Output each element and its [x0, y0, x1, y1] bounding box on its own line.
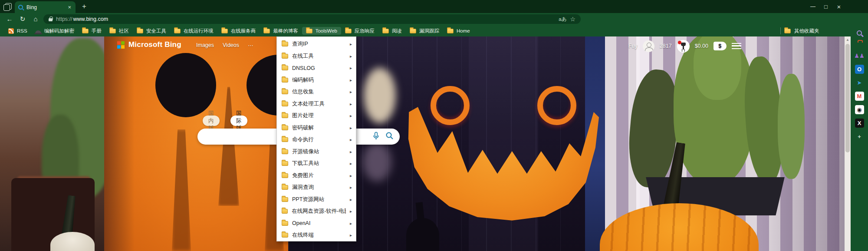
folder-icon	[282, 185, 288, 190]
menu-item[interactable]: 文本处理工具 ▸	[277, 98, 356, 110]
workspaces-icon[interactable]	[5, 3, 12, 10]
bookmark-icon	[82, 29, 89, 33]
bing-logo-text[interactable]: Microsoft Bing	[128, 40, 181, 49]
sidebar-search-icon[interactable]	[857, 30, 862, 36]
search-icon[interactable]	[385, 132, 394, 142]
menu-item[interactable]: 密码破解 ▸	[277, 122, 356, 134]
chevron-right-icon: ▸	[350, 113, 352, 118]
home-button[interactable]: ⌂	[30, 14, 41, 24]
bookmark-label: Home	[457, 28, 470, 33]
sidebar-toolbox-icon[interactable]	[855, 42, 863, 47]
microsoft-logo-icon	[117, 41, 125, 49]
scrollbar-thumb[interactable]	[845, 44, 850, 152]
toolsweb-dropdown-menu: 查询IP ▸ 在线工具 ▸ DNSLOG ▸ 编码解码	[276, 36, 356, 241]
menu-item[interactable]: 信息收集 ▸	[277, 86, 356, 98]
menu-item[interactable]: PPT资源网站 ▸	[277, 194, 356, 206]
folder-icon	[282, 89, 288, 94]
menu-item[interactable]: 命令执行 ▸	[277, 134, 356, 146]
bookmark-item[interactable]: RSS	[4, 27, 31, 35]
menu-item-label: OpenAI	[292, 220, 346, 226]
nav-videos[interactable]: Videos	[223, 42, 239, 48]
tab-close-icon[interactable]: ×	[67, 4, 72, 10]
page-scrollbar[interactable]: ▲	[845, 36, 851, 251]
bookmark-item[interactable]: 阅读	[378, 26, 406, 36]
menu-item[interactable]: DNSLOG ▸	[277, 62, 356, 74]
bg-cactus-far-right	[778, 74, 805, 179]
menu-item[interactable]: 在线终端 ▸	[277, 229, 356, 241]
hamburger-menu-icon[interactable]	[732, 43, 741, 49]
refresh-button[interactable]: ↻	[17, 14, 28, 24]
bookmark-item[interactable]: 社区	[105, 26, 133, 36]
bookmark-item[interactable]: 应急响应	[341, 26, 378, 36]
chevron-right-icon: ▸	[350, 173, 352, 178]
sidebar-paper-plane-icon[interactable]: ➤	[855, 78, 864, 87]
account-cluster: Fuy 2817 $0.00 $	[628, 40, 741, 52]
bookmark-item[interactable]: 在线服务商	[217, 26, 260, 36]
chevron-right-icon: ▸	[350, 126, 352, 130]
other-favorites[interactable]: 其他收藏夹	[780, 25, 819, 36]
menu-item[interactable]: 编码解码 ▸	[277, 74, 356, 86]
mic-icon[interactable]	[373, 132, 379, 142]
bookmark-item[interactable]: 最棒的博客	[260, 26, 302, 36]
menu-item[interactable]: 下载工具站 ▸	[277, 158, 356, 170]
browser-tab[interactable]: Bing ×	[15, 1, 76, 13]
scrollbar-up-icon[interactable]: ▲	[845, 36, 851, 43]
bookmark-item[interactable]: Home	[443, 27, 474, 35]
bookmark-icon	[306, 29, 312, 33]
sidebar-github-icon[interactable]: ◉	[855, 105, 864, 114]
favorite-star-icon[interactable]: ☆	[570, 16, 575, 23]
sidebar-x-icon[interactable]: X	[855, 119, 864, 128]
sidebar-game-characters-icon[interactable]: ♟♟	[855, 51, 864, 60]
menu-item[interactable]: 免费图片 ▸	[277, 170, 356, 182]
sidebar-outlook-icon[interactable]: O	[855, 65, 864, 74]
menu-item[interactable]: OpenAI ▸	[277, 218, 356, 230]
cashback-icon[interactable]: $	[713, 42, 727, 50]
bookmark-item[interactable]: 手册	[78, 26, 105, 36]
address-bar[interactable]: https:// www.bing.com aあ ☆	[43, 14, 581, 24]
menu-item[interactable]: 在线网盘资源-软件-电影 ▸	[277, 205, 356, 218]
bookmark-item[interactable]: ToolsWeb	[302, 27, 341, 35]
new-tab-button[interactable]: +	[79, 2, 89, 11]
rewards-points[interactable]: 2817	[660, 43, 672, 49]
chevron-right-icon: ▸	[350, 233, 352, 238]
minimize-button[interactable]: —	[806, 0, 819, 13]
bookmark-item[interactable]: 安全工具	[133, 26, 170, 36]
menu-item[interactable]: 图片处理 ▸	[277, 110, 356, 122]
bookmark-item[interactable]: 编解码加解密	[31, 26, 78, 36]
edge-sidebar: ♟♟ O ➤ M ◉ X +	[851, 25, 868, 251]
sidebar-gmail-icon[interactable]: M	[855, 92, 864, 101]
menu-item[interactable]: 查询IP ▸	[277, 38, 356, 50]
version-pill[interactable]: 国内版	[203, 116, 220, 126]
bookmark-icon	[447, 29, 454, 33]
cashback-balance[interactable]: $0.00	[695, 43, 708, 49]
folder-icon	[282, 233, 288, 238]
menu-item[interactable]: 在线工具 ▸	[277, 50, 356, 63]
bookmark-item[interactable]: 在线运行环境	[170, 26, 217, 36]
folder-icon	[784, 29, 791, 33]
bookmark-label: 最棒的博客	[273, 28, 298, 34]
close-button[interactable]: ×	[832, 0, 845, 13]
back-button[interactable]: ←	[4, 14, 15, 24]
bookmark-item[interactable]: 漏洞跟踪	[406, 26, 443, 36]
nav-more-icon[interactable]: ⋯	[248, 42, 254, 49]
maximize-button[interactable]: □	[819, 0, 832, 13]
folder-icon	[282, 126, 288, 130]
version-pill[interactable]: 国际版	[230, 116, 247, 126]
folder-icon	[282, 66, 288, 70]
title-bar: Bing × + — □ ×	[0, 0, 868, 13]
folder-icon	[282, 161, 288, 166]
chevron-right-icon: ▸	[350, 89, 352, 94]
chevron-right-icon: ▸	[350, 197, 352, 202]
translate-icon[interactable]: aあ	[559, 16, 566, 23]
nav-images[interactable]: Images	[196, 42, 214, 48]
account-avatar[interactable]	[643, 40, 654, 52]
account-name[interactable]: Fuy	[628, 43, 638, 49]
sidebar-add-icon[interactable]: +	[855, 132, 864, 141]
folder-icon	[282, 221, 288, 226]
menu-item-label: DNSLOG	[292, 65, 346, 71]
menu-item[interactable]: 漏洞查询 ▸	[277, 182, 356, 194]
menu-item[interactable]: 开源镜像站 ▸	[277, 146, 356, 158]
bg-purple-blur	[363, 142, 391, 182]
menu-item-label: 命令执行	[292, 136, 346, 143]
menu-item-label: 开源镜像站	[292, 148, 346, 155]
